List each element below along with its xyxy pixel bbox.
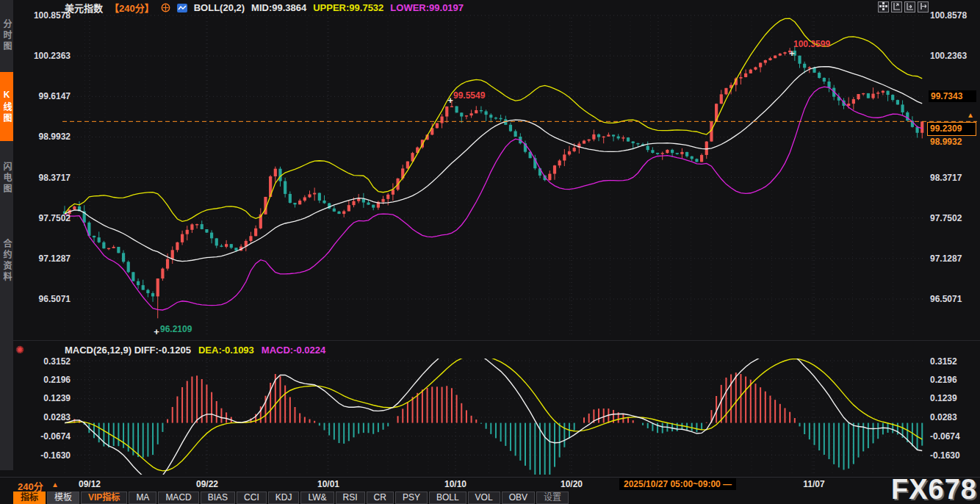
price-up-arrow-icon: ▲ (967, 111, 974, 119)
macd-axis-left-label: 0.1239 (28, 393, 71, 403)
macd-axis-right-label: 0.3152 (930, 356, 957, 367)
main-axis-left-label: 98.9932 (28, 132, 71, 142)
indicator-tab[interactable]: BOLL (429, 492, 466, 504)
indicator-tab[interactable]: CR (367, 492, 394, 504)
xaxis-date-label: 10/20 (561, 479, 583, 489)
xaxis-date-label: 09/22 (196, 479, 218, 489)
xaxis-date-label: 10/10 (444, 479, 466, 489)
chart-toolbar-buttons (878, 1, 929, 12)
macd-axis-left-label: -0.1630 (28, 450, 71, 461)
crosshair-date-tooltip: 2025/10/27 05:00~09:00 — (619, 478, 736, 490)
indicator-tab[interactable]: LW& (300, 492, 334, 504)
xaxis-date-label: 11/07 (803, 479, 824, 489)
indicator-tab[interactable]: BIAS (201, 492, 235, 504)
boll-upper-value: UPPER:99.7532 (313, 2, 383, 13)
macd-dea-value: DEA:-0.1093 (198, 345, 254, 356)
sidebar: 分时图 K线图 闪电图 合约资料 (0, 0, 13, 470)
indicator-tab[interactable]: OBV (502, 492, 535, 504)
candles-layer (63, 46, 923, 318)
main-axis-left-label: 99.6147 (28, 91, 71, 101)
annotation-mid-high: 99.5549 (453, 90, 485, 101)
xaxis-row: 240分 ▲ 2025/10/27 05:00~09:00 — 09/1209/… (0, 477, 980, 492)
main-axis-right-label: 100.8578 (930, 10, 967, 21)
sidebar-item-contract-info[interactable]: 合约资料 (0, 213, 13, 309)
indicator-tab[interactable]: MA (129, 492, 156, 504)
macd-axis-right-label: 0.2196 (930, 375, 957, 385)
annotation-session-low-marker: + (154, 326, 159, 337)
macd-axis-right-label: -0.0674 (930, 431, 960, 442)
macd-axis-right-label: 0.1239 (930, 393, 957, 403)
period-dropdown-arrow-icon[interactable]: ▲ (51, 480, 59, 489)
macd-axis-right-label: 0.0283 (930, 412, 957, 422)
main-axis-right-label: 100.2363 (930, 51, 967, 61)
sidebar-item-timeline-chart[interactable]: 分时图 (0, 3, 13, 68)
main-axis-left-label: 97.7502 (28, 213, 71, 223)
annotation-mid-high-marker: + (447, 95, 453, 106)
trading-app: { "header": { "symbol": "美元指数", "period"… (0, 0, 980, 504)
macd-axis-left-label: -0.0674 (28, 431, 71, 442)
main-axis-left-label: 98.3717 (28, 173, 71, 183)
indicator-tab[interactable]: 指标 (13, 492, 46, 504)
macd-indicator-icon[interactable]: ✺ (15, 344, 24, 356)
pan-icon[interactable] (878, 1, 889, 12)
macd-layer (65, 347, 922, 483)
indicator-tab[interactable]: KDJ (268, 492, 300, 504)
indicator-tab[interactable]: 模板 (47, 492, 79, 504)
xaxis-date-label: 09/12 (79, 479, 101, 489)
macd-header: MACD(26,12,9) DIFF:-0.1205 DEA:-0.1093 M… (65, 345, 325, 356)
boll-mid-value: MID:99.3864 (251, 2, 306, 13)
indicator-tab[interactable]: VIP指标 (81, 492, 127, 504)
main-axis-left-label: 100.2363 (28, 51, 71, 61)
exit-icon[interactable] (918, 1, 929, 12)
macd-axis-left-label: 0.0283 (28, 412, 71, 422)
pane-divider (0, 340, 980, 341)
axis-label-near-price: 98.9932 (930, 137, 962, 147)
macd-diff-value: MACD(26,12,9) DIFF:-0.1205 (65, 345, 191, 356)
indicator-tab[interactable]: RSI (336, 492, 365, 504)
indicator-tab[interactable]: PSY (395, 492, 428, 504)
fit-horizontal-icon[interactable] (904, 1, 915, 12)
indicator-toolbar: 指标模板VIP指标MAMACDBIASCCIKDJLW&RSICRPSYBOLL… (13, 492, 570, 504)
boll-lower-value: LOWER:99.0197 (390, 2, 464, 13)
indicator-tab[interactable]: CCI (237, 492, 267, 504)
main-axis-right-label: 97.1287 (930, 253, 962, 264)
indicator-tab[interactable]: 设置 (536, 492, 569, 504)
crosshair-toggle-icon[interactable] (161, 3, 170, 12)
annotation-session-low: 96.2109 (160, 324, 192, 334)
main-axis-right-label: 97.7502 (930, 213, 962, 223)
annotation-session-high-marker: + (789, 48, 795, 59)
chart-header: 美元指数 【240分】 BOLL(20,2) MID:99.3864 UPPER… (65, 1, 464, 14)
chart-type-icon[interactable] (177, 4, 187, 12)
bollinger-bands-layer (65, 18, 922, 310)
upper-band-price-label: 99.7343 (929, 90, 976, 102)
sidebar-item-kline-chart[interactable]: K线图 (0, 72, 13, 141)
xaxis-date-label: 10/01 (317, 479, 339, 489)
annotation-session-high: 100.3599 (793, 39, 830, 49)
candlestick-chart[interactable] (0, 0, 980, 504)
period-label: 【240分】 (109, 1, 154, 15)
fit-vertical-icon[interactable] (891, 1, 902, 12)
main-axis-right-label: 96.5071 (930, 294, 962, 304)
macd-axis-left-label: 0.3152 (28, 356, 71, 367)
boll-label: BOLL(20,2) (194, 2, 245, 13)
macd-hist-value: MACD:-0.0224 (262, 345, 325, 356)
main-axis-right-label: 98.3717 (930, 173, 962, 183)
main-axis-left-label: 96.5071 (28, 294, 71, 304)
current-price-label: 99.2309 (927, 122, 976, 136)
symbol-name: 美元指数 (65, 1, 103, 15)
macd-axis-right-label: -0.1630 (930, 450, 960, 461)
indicator-tab[interactable]: VOL (468, 492, 500, 504)
main-axis-left-label: 97.1287 (28, 253, 71, 264)
macd-axis-left-label: 0.2196 (28, 375, 71, 385)
sidebar-item-flash-chart[interactable]: 闪电图 (0, 145, 13, 210)
indicator-tab[interactable]: MACD (158, 492, 198, 504)
